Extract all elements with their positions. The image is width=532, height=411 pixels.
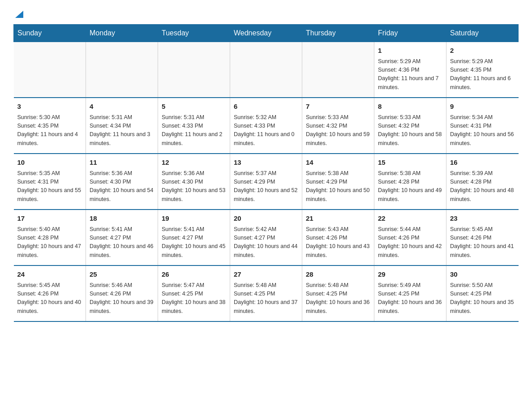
day-number: 21 <box>306 214 370 224</box>
day-info: Sunrise: 5:45 AM Sunset: 4:26 PM Dayligh… <box>17 281 82 316</box>
calendar-cell <box>158 42 230 98</box>
day-number: 23 <box>450 214 515 224</box>
calendar-cell: 16Sunrise: 5:39 AM Sunset: 4:28 PM Dayli… <box>446 154 519 210</box>
day-info: Sunrise: 5:44 AM Sunset: 4:26 PM Dayligh… <box>378 225 442 260</box>
calendar-cell: 17Sunrise: 5:40 AM Sunset: 4:28 PM Dayli… <box>14 210 86 265</box>
calendar-cell: 15Sunrise: 5:38 AM Sunset: 4:28 PM Dayli… <box>374 154 446 210</box>
calendar-cell: 12Sunrise: 5:36 AM Sunset: 4:30 PM Dayli… <box>158 154 230 210</box>
calendar-cell: 8Sunrise: 5:33 AM Sunset: 4:32 PM Daylig… <box>374 98 446 154</box>
calendar-cell: 6Sunrise: 5:32 AM Sunset: 4:33 PM Daylig… <box>230 98 302 154</box>
week-row-1: 1Sunrise: 5:29 AM Sunset: 4:36 PM Daylig… <box>14 42 519 98</box>
week-row-2: 3Sunrise: 5:30 AM Sunset: 4:35 PM Daylig… <box>14 98 519 154</box>
day-number: 3 <box>17 102 82 112</box>
calendar-cell: 22Sunrise: 5:44 AM Sunset: 4:26 PM Dayli… <box>374 210 446 265</box>
calendar-cell: 26Sunrise: 5:47 AM Sunset: 4:25 PM Dayli… <box>158 265 230 321</box>
calendar-cell: 5Sunrise: 5:31 AM Sunset: 4:33 PM Daylig… <box>158 98 230 154</box>
day-number: 20 <box>234 214 298 224</box>
day-info: Sunrise: 5:49 AM Sunset: 4:25 PM Dayligh… <box>378 281 442 316</box>
day-info: Sunrise: 5:32 AM Sunset: 4:33 PM Dayligh… <box>234 113 298 148</box>
day-info: Sunrise: 5:30 AM Sunset: 4:35 PM Dayligh… <box>17 113 82 148</box>
day-number: 13 <box>234 158 298 168</box>
calendar-cell: 14Sunrise: 5:38 AM Sunset: 4:29 PM Dayli… <box>302 154 374 210</box>
calendar-cell: 21Sunrise: 5:43 AM Sunset: 4:26 PM Dayli… <box>302 210 374 265</box>
weekday-header-sunday: Sunday <box>14 25 86 42</box>
week-row-4: 17Sunrise: 5:40 AM Sunset: 4:28 PM Dayli… <box>14 210 519 265</box>
day-info: Sunrise: 5:36 AM Sunset: 4:30 PM Dayligh… <box>90 169 154 204</box>
day-info: Sunrise: 5:47 AM Sunset: 4:25 PM Dayligh… <box>162 281 226 316</box>
weekday-header-monday: Monday <box>86 25 158 42</box>
day-number: 1 <box>378 46 442 56</box>
day-number: 6 <box>234 102 298 112</box>
calendar-cell: 24Sunrise: 5:45 AM Sunset: 4:26 PM Dayli… <box>14 265 86 321</box>
day-number: 24 <box>17 270 82 280</box>
day-number: 12 <box>162 158 226 168</box>
calendar-cell <box>302 42 374 98</box>
calendar-cell: 9Sunrise: 5:34 AM Sunset: 4:31 PM Daylig… <box>446 98 519 154</box>
day-info: Sunrise: 5:48 AM Sunset: 4:25 PM Dayligh… <box>306 281 370 316</box>
week-row-3: 10Sunrise: 5:35 AM Sunset: 4:31 PM Dayli… <box>14 154 519 210</box>
weekday-header-saturday: Saturday <box>446 25 519 42</box>
weekday-header-row: SundayMondayTuesdayWednesdayThursdayFrid… <box>14 25 519 42</box>
logo <box>13 9 24 20</box>
weekday-header-thursday: Thursday <box>302 25 374 42</box>
calendar-cell: 19Sunrise: 5:41 AM Sunset: 4:27 PM Dayli… <box>158 210 230 265</box>
calendar-cell: 25Sunrise: 5:46 AM Sunset: 4:26 PM Dayli… <box>86 265 158 321</box>
day-info: Sunrise: 5:42 AM Sunset: 4:27 PM Dayligh… <box>234 225 298 260</box>
day-info: Sunrise: 5:33 AM Sunset: 4:32 PM Dayligh… <box>378 113 442 148</box>
day-number: 5 <box>162 102 226 112</box>
day-info: Sunrise: 5:46 AM Sunset: 4:26 PM Dayligh… <box>90 281 154 316</box>
day-number: 18 <box>90 214 154 224</box>
day-info: Sunrise: 5:45 AM Sunset: 4:26 PM Dayligh… <box>450 225 515 260</box>
calendar-cell <box>14 42 86 98</box>
day-number: 29 <box>378 270 442 280</box>
calendar-cell <box>230 42 302 98</box>
day-info: Sunrise: 5:41 AM Sunset: 4:27 PM Dayligh… <box>162 225 226 260</box>
day-number: 8 <box>378 102 442 112</box>
day-number: 19 <box>162 214 226 224</box>
day-info: Sunrise: 5:31 AM Sunset: 4:34 PM Dayligh… <box>90 113 154 148</box>
day-info: Sunrise: 5:38 AM Sunset: 4:28 PM Dayligh… <box>378 169 442 204</box>
calendar-cell <box>86 42 158 98</box>
calendar-cell: 4Sunrise: 5:31 AM Sunset: 4:34 PM Daylig… <box>86 98 158 154</box>
day-number: 2 <box>450 46 515 56</box>
day-number: 27 <box>234 270 298 280</box>
calendar-cell: 29Sunrise: 5:49 AM Sunset: 4:25 PM Dayli… <box>374 265 446 321</box>
day-info: Sunrise: 5:29 AM Sunset: 4:36 PM Dayligh… <box>378 57 442 92</box>
calendar-cell: 10Sunrise: 5:35 AM Sunset: 4:31 PM Dayli… <box>14 154 86 210</box>
day-info: Sunrise: 5:39 AM Sunset: 4:28 PM Dayligh… <box>450 169 515 204</box>
logo-triangle-icon <box>14 10 24 20</box>
day-number: 17 <box>17 214 82 224</box>
day-number: 9 <box>450 102 515 112</box>
day-info: Sunrise: 5:50 AM Sunset: 4:25 PM Dayligh… <box>450 281 515 316</box>
day-number: 28 <box>306 270 370 280</box>
weekday-header-friday: Friday <box>374 25 446 42</box>
calendar-table: SundayMondayTuesdayWednesdayThursdayFrid… <box>13 24 519 322</box>
day-info: Sunrise: 5:38 AM Sunset: 4:29 PM Dayligh… <box>306 169 370 204</box>
day-info: Sunrise: 5:43 AM Sunset: 4:26 PM Dayligh… <box>306 225 370 260</box>
calendar-cell: 3Sunrise: 5:30 AM Sunset: 4:35 PM Daylig… <box>14 98 86 154</box>
day-info: Sunrise: 5:33 AM Sunset: 4:32 PM Dayligh… <box>306 113 370 148</box>
calendar-cell: 27Sunrise: 5:48 AM Sunset: 4:25 PM Dayli… <box>230 265 302 321</box>
calendar-cell: 13Sunrise: 5:37 AM Sunset: 4:29 PM Dayli… <box>230 154 302 210</box>
calendar-cell: 20Sunrise: 5:42 AM Sunset: 4:27 PM Dayli… <box>230 210 302 265</box>
day-number: 30 <box>450 270 515 280</box>
day-info: Sunrise: 5:34 AM Sunset: 4:31 PM Dayligh… <box>450 113 515 148</box>
calendar-cell: 18Sunrise: 5:41 AM Sunset: 4:27 PM Dayli… <box>86 210 158 265</box>
day-info: Sunrise: 5:37 AM Sunset: 4:29 PM Dayligh… <box>234 169 298 204</box>
day-number: 22 <box>378 214 442 224</box>
day-number: 7 <box>306 102 370 112</box>
calendar-cell: 30Sunrise: 5:50 AM Sunset: 4:25 PM Dayli… <box>446 265 519 321</box>
calendar-cell: 28Sunrise: 5:48 AM Sunset: 4:25 PM Dayli… <box>302 265 374 321</box>
calendar-cell: 11Sunrise: 5:36 AM Sunset: 4:30 PM Dayli… <box>86 154 158 210</box>
day-info: Sunrise: 5:31 AM Sunset: 4:33 PM Dayligh… <box>162 113 226 148</box>
day-number: 4 <box>90 102 154 112</box>
calendar-cell: 1Sunrise: 5:29 AM Sunset: 4:36 PM Daylig… <box>374 42 446 98</box>
day-info: Sunrise: 5:36 AM Sunset: 4:30 PM Dayligh… <box>162 169 226 204</box>
calendar-cell: 7Sunrise: 5:33 AM Sunset: 4:32 PM Daylig… <box>302 98 374 154</box>
svg-marker-0 <box>15 11 23 18</box>
day-info: Sunrise: 5:29 AM Sunset: 4:35 PM Dayligh… <box>450 57 515 92</box>
day-number: 10 <box>17 158 82 168</box>
day-number: 15 <box>378 158 442 168</box>
day-info: Sunrise: 5:40 AM Sunset: 4:28 PM Dayligh… <box>17 225 82 260</box>
day-info: Sunrise: 5:35 AM Sunset: 4:31 PM Dayligh… <box>17 169 82 204</box>
